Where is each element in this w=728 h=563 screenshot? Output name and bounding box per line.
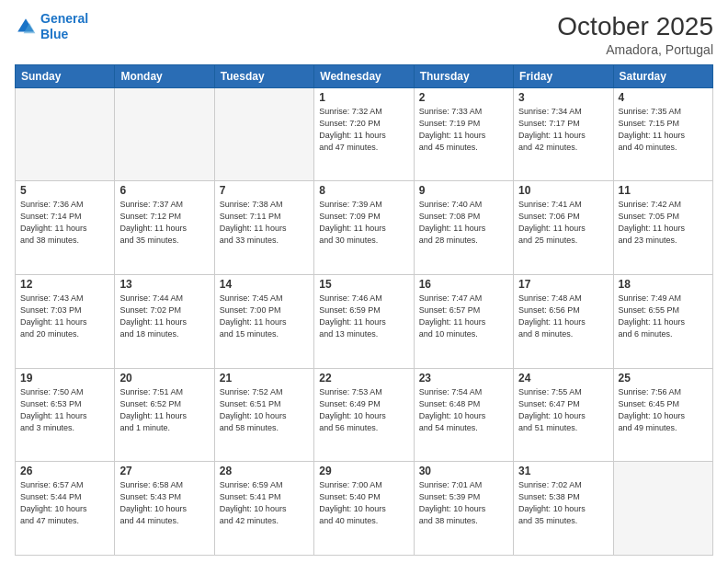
calendar-cell: 21Sunrise: 7:52 AMSunset: 6:51 PMDayligh… (214, 368, 313, 462)
day-number: 11 (619, 184, 708, 197)
calendar-cell (16, 87, 115, 181)
month-title: October 2025 (557, 11, 713, 42)
day-info: Sunrise: 7:44 AMSunset: 7:02 PMDaylight:… (119, 293, 209, 340)
day-info: Sunrise: 7:41 AMSunset: 7:06 PMDaylight:… (518, 199, 608, 247)
day-number: 16 (419, 278, 508, 291)
calendar-cell: 11Sunrise: 7:42 AMSunset: 7:05 PMDayligh… (613, 181, 712, 275)
col-thursday: Thursday (414, 64, 513, 87)
calendar-cell: 22Sunrise: 7:53 AMSunset: 6:49 PMDayligh… (314, 368, 414, 462)
calendar-cell: 5Sunrise: 7:36 AMSunset: 7:14 PMDaylight… (16, 181, 115, 275)
col-monday: Monday (115, 64, 214, 87)
calendar-cell: 4Sunrise: 7:35 AMSunset: 7:15 PMDaylight… (613, 87, 712, 181)
day-number: 6 (119, 184, 209, 197)
calendar-table: Sunday Monday Tuesday Wednesday Thursday… (15, 64, 713, 556)
day-number: 14 (220, 278, 309, 291)
day-info: Sunrise: 7:48 AMSunset: 6:56 PMDaylight:… (518, 293, 608, 340)
day-number: 4 (619, 91, 708, 104)
calendar-cell: 1Sunrise: 7:32 AMSunset: 7:20 PMDaylight… (314, 87, 414, 181)
day-number: 31 (518, 465, 608, 477)
calendar-cell: 10Sunrise: 7:41 AMSunset: 7:06 PMDayligh… (514, 181, 613, 275)
day-number: 29 (319, 465, 408, 477)
day-number: 18 (619, 278, 708, 291)
day-info: Sunrise: 7:50 AMSunset: 6:53 PMDaylight:… (20, 386, 109, 434)
logo-icon (15, 16, 37, 38)
logo-text: General Blue (40, 11, 88, 42)
week-row-2: 5Sunrise: 7:36 AMSunset: 7:14 PMDaylight… (16, 181, 713, 275)
day-number: 1 (319, 91, 408, 104)
calendar-cell: 19Sunrise: 7:50 AMSunset: 6:53 PMDayligh… (16, 368, 115, 462)
day-info: Sunrise: 7:43 AMSunset: 7:03 PMDaylight:… (20, 293, 109, 340)
day-number: 12 (20, 278, 109, 291)
calendar-cell: 31Sunrise: 7:02 AMSunset: 5:38 PMDayligh… (514, 462, 613, 556)
day-number: 30 (419, 465, 508, 477)
day-number: 5 (20, 184, 109, 197)
col-tuesday: Tuesday (214, 64, 313, 87)
calendar-cell: 2Sunrise: 7:33 AMSunset: 7:19 PMDaylight… (414, 87, 513, 181)
day-info: Sunrise: 7:53 AMSunset: 6:49 PMDaylight:… (319, 386, 408, 434)
day-number: 15 (319, 278, 408, 291)
week-row-4: 19Sunrise: 7:50 AMSunset: 6:53 PMDayligh… (16, 368, 713, 462)
day-info: Sunrise: 7:52 AMSunset: 6:51 PMDaylight:… (220, 386, 309, 434)
calendar-header-row: Sunday Monday Tuesday Wednesday Thursday… (16, 64, 713, 87)
day-number: 8 (319, 184, 408, 197)
day-number: 2 (419, 91, 508, 104)
day-info: Sunrise: 6:59 AMSunset: 5:41 PMDaylight:… (220, 479, 309, 527)
day-info: Sunrise: 7:38 AMSunset: 7:11 PMDaylight:… (220, 199, 309, 247)
day-info: Sunrise: 7:47 AMSunset: 6:57 PMDaylight:… (419, 293, 508, 340)
calendar-cell: 25Sunrise: 7:56 AMSunset: 6:45 PMDayligh… (613, 368, 712, 462)
day-number: 23 (419, 372, 508, 385)
week-row-1: 1Sunrise: 7:32 AMSunset: 7:20 PMDaylight… (16, 87, 713, 181)
day-number: 28 (220, 465, 309, 477)
logo-blue: Blue (40, 27, 68, 41)
day-info: Sunrise: 7:37 AMSunset: 7:12 PMDaylight:… (119, 199, 209, 247)
calendar-cell: 28Sunrise: 6:59 AMSunset: 5:41 PMDayligh… (214, 462, 313, 556)
calendar-cell: 6Sunrise: 7:37 AMSunset: 7:12 PMDaylight… (115, 181, 214, 275)
day-info: Sunrise: 7:45 AMSunset: 7:00 PMDaylight:… (220, 293, 309, 340)
col-friday: Friday (514, 64, 613, 87)
day-info: Sunrise: 6:57 AMSunset: 5:44 PMDaylight:… (20, 479, 109, 527)
day-info: Sunrise: 7:51 AMSunset: 6:52 PMDaylight:… (119, 386, 209, 434)
day-number: 10 (518, 184, 608, 197)
day-info: Sunrise: 7:54 AMSunset: 6:48 PMDaylight:… (419, 386, 508, 434)
day-info: Sunrise: 7:35 AMSunset: 7:15 PMDaylight:… (619, 106, 708, 154)
calendar-cell (613, 462, 712, 556)
calendar-cell: 7Sunrise: 7:38 AMSunset: 7:11 PMDaylight… (214, 181, 313, 275)
day-number: 3 (518, 91, 608, 104)
col-wednesday: Wednesday (314, 64, 414, 87)
calendar-cell: 15Sunrise: 7:46 AMSunset: 6:59 PMDayligh… (314, 274, 414, 368)
calendar-cell: 14Sunrise: 7:45 AMSunset: 7:00 PMDayligh… (214, 274, 313, 368)
calendar-cell: 29Sunrise: 7:00 AMSunset: 5:40 PMDayligh… (314, 462, 414, 556)
day-info: Sunrise: 7:02 AMSunset: 5:38 PMDaylight:… (518, 479, 608, 527)
calendar-cell: 30Sunrise: 7:01 AMSunset: 5:39 PMDayligh… (414, 462, 513, 556)
day-info: Sunrise: 7:55 AMSunset: 6:47 PMDaylight:… (518, 386, 608, 434)
day-info: Sunrise: 7:49 AMSunset: 6:55 PMDaylight:… (619, 293, 708, 340)
calendar-cell: 17Sunrise: 7:48 AMSunset: 6:56 PMDayligh… (514, 274, 613, 368)
day-info: Sunrise: 7:01 AMSunset: 5:39 PMDaylight:… (419, 479, 508, 527)
day-number: 9 (419, 184, 508, 197)
day-info: Sunrise: 7:56 AMSunset: 6:45 PMDaylight:… (619, 386, 708, 434)
day-info: Sunrise: 7:36 AMSunset: 7:14 PMDaylight:… (20, 199, 109, 247)
day-info: Sunrise: 7:39 AMSunset: 7:09 PMDaylight:… (319, 199, 408, 247)
calendar-cell: 16Sunrise: 7:47 AMSunset: 6:57 PMDayligh… (414, 274, 513, 368)
page: General Blue October 2025 Amadora, Portu… (0, 0, 728, 563)
calendar-cell: 24Sunrise: 7:55 AMSunset: 6:47 PMDayligh… (514, 368, 613, 462)
day-number: 20 (119, 372, 209, 385)
title-block: October 2025 Amadora, Portugal (557, 11, 713, 57)
day-number: 25 (619, 372, 708, 385)
col-saturday: Saturday (613, 64, 712, 87)
day-number: 21 (220, 372, 309, 385)
header: General Blue October 2025 Amadora, Portu… (15, 11, 713, 57)
logo-general: General (40, 11, 88, 26)
day-info: Sunrise: 7:34 AMSunset: 7:17 PMDaylight:… (518, 106, 608, 154)
calendar-cell: 9Sunrise: 7:40 AMSunset: 7:08 PMDaylight… (414, 181, 513, 275)
calendar-cell: 8Sunrise: 7:39 AMSunset: 7:09 PMDaylight… (314, 181, 414, 275)
col-sunday: Sunday (16, 64, 115, 87)
day-info: Sunrise: 7:42 AMSunset: 7:05 PMDaylight:… (619, 199, 708, 247)
day-info: Sunrise: 7:32 AMSunset: 7:20 PMDaylight:… (319, 106, 408, 154)
week-row-3: 12Sunrise: 7:43 AMSunset: 7:03 PMDayligh… (16, 274, 713, 368)
location: Amadora, Portugal (557, 42, 713, 57)
day-number: 13 (119, 278, 209, 291)
logo: General Blue (15, 11, 88, 42)
day-info: Sunrise: 7:33 AMSunset: 7:19 PMDaylight:… (419, 106, 508, 154)
day-info: Sunrise: 6:58 AMSunset: 5:43 PMDaylight:… (119, 479, 209, 527)
